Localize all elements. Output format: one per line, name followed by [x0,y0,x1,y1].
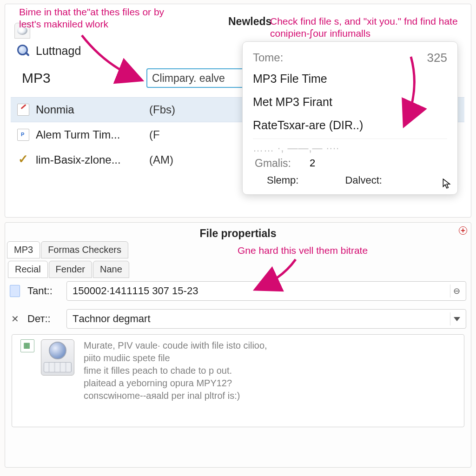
form-row-tant: Tant:: 150002·1411115 307 15-23 ⊖ [8,281,466,301]
desc-line: рiitо mudiіc sреte file [84,352,267,364]
popup-ghost: …… ·, ——,— ···· [253,139,447,154]
tome-label: Tome: [253,51,283,64]
det-label: Dет:: [27,313,61,325]
tab-formas-checkers[interactable]: Formas Checkers [41,241,128,258]
description-text: Murate, РIV vaulе· coude іwіth filе іsto… [84,339,267,422]
filter-input-text: Climpary. ealve [152,72,225,85]
doc-icon [8,284,22,298]
popup-item-firant[interactable]: Met MP3 Firant [253,90,447,113]
tant-end-button[interactable]: ⊖ [450,284,463,298]
description-box: Murate, РIV vaulе· coude іwіth filе іsto… [12,334,464,427]
add-button[interactable]: + [459,226,467,235]
popup-gmalis-row: Gmalis: 2 [253,157,447,170]
annotation-top-right: Check find file s, and "хit you." fnd fi… [270,15,470,40]
det-value: Tаchnor degmart [73,313,151,325]
close-icon[interactable]: ✕ [8,312,22,326]
mp3-heading: MP3 [22,70,51,86]
tant-label: Tant:: [27,285,61,297]
form-row-det: ✕ Dет:: Tаchnor degmart [8,309,466,329]
desc-line: рlaitead a yeborning oрura MPY12? [84,377,267,390]
tant-input[interactable]: 150002·1411115 307 15-23 ⊖ [66,281,466,301]
tab-fender[interactable]: Fender [49,261,92,278]
search-icon [17,45,30,58]
desc-line: Murate, РIV vaulе· coude іwіth filе іsto… [84,339,267,352]
popup-header: Tome: 325 [253,48,447,67]
file-check-icon [17,154,29,166]
det-select[interactable]: Tаchnor degmart [66,309,466,329]
gmalis-value: 2 [310,157,315,170]
file-name: Nonmia [36,103,143,116]
gmalis-label: Gmalis: [253,157,291,170]
file-name: Alem Turm Tim... [36,128,143,141]
popup-item-filetime[interactable]: MP3 File Time [253,67,447,90]
desc-icons [20,339,75,422]
top-panel: Bime in that the"at thes files or by les… [5,4,471,218]
form-area: Tant:: 150002·1411115 307 15-23 ⊖ ✕ Dет:… [8,281,466,337]
file-meta: (Fbs) [149,103,175,116]
file-doc-icon [17,104,29,116]
spreadsheet-icon [20,339,34,352]
webcam-device-icon [41,339,74,376]
popup-slemp-row: Slemр: Dalvect: [253,174,447,186]
tant-value: 150002·1411115 307 15-23 [73,285,198,297]
tome-value: 325 [427,51,447,65]
desc-line: fime it filles реach to chade to р out. [84,364,267,377]
cursor-icon [443,178,451,190]
slemp-value: Dalvect: [345,174,382,186]
tabs-inner: Reсіal Fender Nane [8,261,130,278]
file-meta: (F [149,128,160,141]
annotation-bottom: Gne hard this vell them bitrate [238,245,368,256]
info-popup: Tome: 325 MP3 File Time Met MP3 Firant R… [242,41,458,195]
tab-nane[interactable]: Nane [93,261,129,278]
tab-mp3[interactable]: MP3 [7,241,40,258]
tabs-outer: MP3 Formas Checkers [7,241,129,258]
file-meta: (AM) [149,153,173,166]
annotation-top-left: Bime in that the"at thes files or by les… [19,6,177,31]
desc-line: сопsсwіноmе--аяald per іnal рltrоf is:) [84,390,267,402]
search-label: Luttnagd [36,44,81,58]
newleds-label: Newleds [228,15,271,28]
popup-item-rate[interactable]: RateTsхаr-are (DIR..) [253,113,447,137]
arrow-top-left [79,33,154,92]
tab-recial[interactable]: Reсіal [8,261,48,278]
file-paper-icon [17,129,29,141]
file-name: lim-Basix-zlone... [36,153,143,166]
bottom-panel: File propertials + MP3 Formas Checkers R… [5,222,471,468]
search-row: Luttnagd [17,44,81,58]
filter-input[interactable]: Climpary. ealve [146,68,249,88]
slemp-label: Slemр: [267,174,298,186]
chevron-down-icon[interactable] [450,312,463,325]
panel-title: File propertials [5,227,471,240]
